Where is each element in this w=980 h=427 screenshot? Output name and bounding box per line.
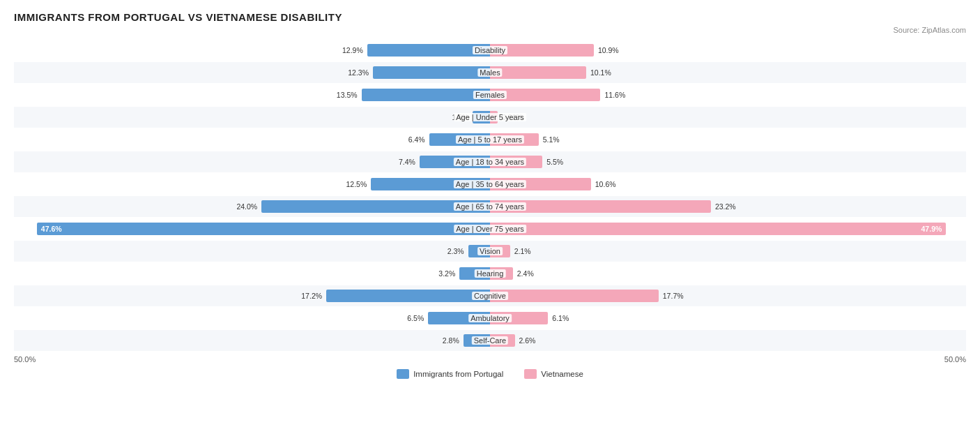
- value-right: 10.9%: [595, 46, 619, 54]
- value-right: 10.1%: [588, 68, 611, 77]
- value-right: 2.6%: [516, 336, 536, 345]
- value-inside-right: 47.9%: [921, 225, 942, 233]
- value-right: 2.1%: [512, 247, 531, 255]
- value-left: 12.9%: [342, 46, 366, 54]
- value-left: 7.4%: [399, 158, 418, 166]
- legend-label-blue: Immigrants from Portugal: [413, 370, 503, 378]
- chart-title: IMMIGRANTS FROM PORTUGAL VS VIETNAMESE D…: [14, 11, 966, 23]
- legend-box-blue: [397, 369, 409, 379]
- bar-row: 17.2% Cognitive 17.7%: [14, 285, 966, 306]
- value-left: 6.5%: [407, 314, 427, 322]
- value-left: 17.2%: [301, 292, 325, 300]
- value-right: 23.2%: [712, 202, 736, 211]
- bar-row: 2.3% Vision 2.1%: [14, 241, 966, 262]
- value-left: 12.5%: [346, 180, 369, 188]
- value-right: 11.6%: [602, 91, 625, 99]
- axis-row: 50.0% 50.0%: [14, 355, 966, 364]
- legend: Immigrants from Portugal Vietnamese: [14, 369, 966, 379]
- bar-row: 24.0% Age | 65 to 74 years 23.2%: [14, 196, 966, 217]
- value-right: 2.4%: [514, 269, 534, 278]
- legend-label-pink: Vietnamese: [541, 370, 583, 378]
- legend-item-blue: Immigrants from Portugal: [397, 369, 503, 379]
- value-right: 0.81%: [499, 113, 523, 121]
- legend-box-pink: [524, 369, 537, 379]
- value-left: 13.5%: [337, 91, 360, 99]
- value-left: 1.8%: [452, 113, 471, 121]
- value-left: 6.4%: [408, 135, 428, 144]
- bar-row: 12.3% Males 10.1%: [14, 62, 966, 83]
- value-right: 5.5%: [544, 158, 563, 166]
- value-left: 24.0%: [236, 202, 260, 211]
- bar-row: 3.2% Hearing 2.4%: [14, 263, 966, 284]
- bar-row: 6.4% Age | 5 to 17 years 5.1%: [14, 129, 966, 150]
- value-inside-left: 47.6%: [41, 225, 62, 233]
- value-right: 10.6%: [592, 180, 616, 188]
- value-left: 2.3%: [447, 247, 467, 255]
- bar-row: 6.5% Ambulatory 6.1%: [14, 308, 966, 329]
- bar-row: 13.5% Females 11.6%: [14, 84, 966, 105]
- value-left: 12.3%: [348, 68, 372, 77]
- source-label: Source: ZipAtlas.com: [14, 26, 966, 34]
- bar-row: 12.5% Age | 35 to 64 years 10.6%: [14, 174, 966, 195]
- axis-left-label: 50.0%: [14, 355, 490, 364]
- bar-row: 12.9% Disability 10.9%: [14, 40, 966, 61]
- bar-row: 47.6% Age | Over 75 years 47.9%: [14, 218, 966, 239]
- value-left: 2.8%: [443, 336, 462, 345]
- chart-area: 12.9% Disability 10.9% 12.3% Males: [14, 40, 966, 351]
- value-left: 3.2%: [438, 269, 458, 278]
- axis-right-label: 50.0%: [490, 355, 966, 364]
- value-right: 6.1%: [549, 314, 569, 322]
- value-right: 5.1%: [540, 135, 560, 144]
- bar-row: 7.4% Age | 18 to 34 years 5.5%: [14, 151, 966, 172]
- legend-item-pink: Vietnamese: [524, 369, 583, 379]
- bar-row: 1.8% Age | Under 5 years 0.81%: [14, 107, 966, 128]
- value-right: 17.7%: [660, 292, 684, 300]
- bar-row: 2.8% Self-Care 2.6%: [14, 330, 966, 351]
